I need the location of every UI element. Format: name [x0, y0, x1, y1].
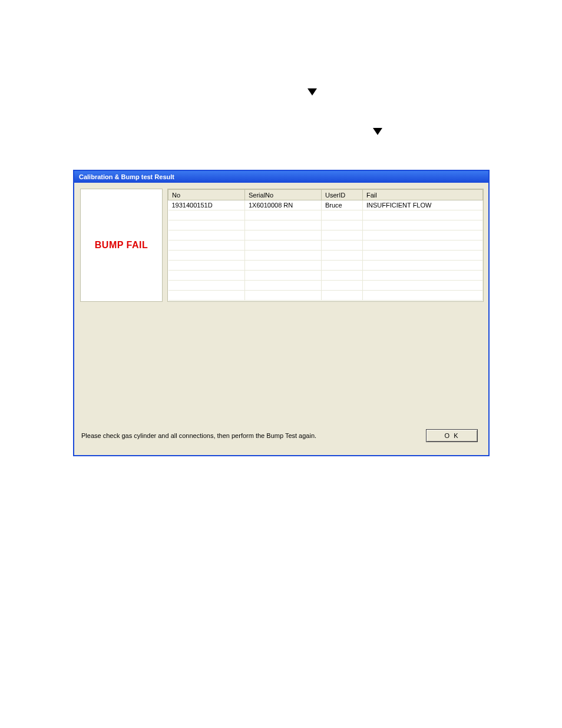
cell-fail	[363, 230, 483, 241]
dialog-titlebar: Calibration & Bump test Result	[74, 171, 488, 183]
cell-no	[168, 210, 245, 220]
cell-serial	[245, 271, 322, 281]
cell-serial	[245, 241, 322, 251]
bottom-row: Please check gas cylinder and all connec…	[80, 426, 484, 449]
status-text: BUMP FAIL	[95, 240, 148, 251]
cell-user	[322, 281, 363, 291]
col-header-user[interactable]: UserID	[322, 190, 363, 200]
cell-fail	[363, 271, 483, 281]
table-row[interactable]	[168, 220, 483, 230]
col-header-fail[interactable]: Fail	[363, 190, 483, 200]
cell-serial	[245, 291, 322, 301]
cell-serial	[245, 261, 322, 271]
cell-user	[322, 220, 363, 230]
cell-fail	[363, 251, 483, 261]
cell-no	[168, 291, 245, 301]
cell-user	[322, 210, 363, 220]
table-row[interactable]	[168, 261, 483, 271]
cell-fail	[363, 210, 483, 220]
cell-no	[168, 241, 245, 251]
cell-user	[322, 241, 363, 251]
table-row[interactable]	[168, 210, 483, 220]
cell-no	[168, 220, 245, 230]
cell-serial	[245, 210, 322, 220]
cell-user: Bruce	[322, 200, 363, 210]
table-row[interactable]: 1931400151D 1X6010008 RN Bruce INSUFFICI…	[168, 200, 483, 210]
results-table: No SerialNo UserID Fail 1931400151D 1X60…	[168, 189, 483, 301]
dialog-content: BUMP FAIL No SerialNo UserID Fail 1	[74, 183, 488, 455]
cell-user	[322, 291, 363, 301]
results-table-wrap: No SerialNo UserID Fail 1931400151D 1X60…	[167, 189, 484, 302]
table-row[interactable]	[168, 281, 483, 291]
table-header-row: No SerialNo UserID Fail	[168, 190, 483, 200]
cell-fail	[363, 261, 483, 271]
status-box: BUMP FAIL	[80, 189, 163, 302]
table-row[interactable]	[168, 271, 483, 281]
col-header-no[interactable]: No	[168, 190, 245, 200]
table-row[interactable]	[168, 251, 483, 261]
table-row[interactable]	[168, 230, 483, 241]
cell-user	[322, 251, 363, 261]
cell-user	[322, 271, 363, 281]
cell-fail	[363, 241, 483, 251]
result-dialog: Calibration & Bump test Result BUMP FAIL…	[73, 170, 490, 456]
cell-serial	[245, 220, 322, 230]
cell-serial	[245, 281, 322, 291]
triangle-down-icon	[373, 128, 382, 135]
ok-button[interactable]: O K	[426, 429, 478, 442]
instruction-message: Please check gas cylinder and all connec…	[81, 432, 316, 439]
table-row[interactable]	[168, 241, 483, 251]
cell-user	[322, 230, 363, 241]
dialog-title: Calibration & Bump test Result	[79, 173, 174, 180]
cell-user	[322, 261, 363, 271]
cell-fail: INSUFFICIENT FLOW	[363, 200, 483, 210]
cell-fail	[363, 281, 483, 291]
cell-no	[168, 281, 245, 291]
cell-serial: 1X6010008 RN	[245, 200, 322, 210]
cell-fail	[363, 291, 483, 301]
table-body: 1931400151D 1X6010008 RN Bruce INSUFFICI…	[168, 200, 483, 301]
top-row: BUMP FAIL No SerialNo UserID Fail 1	[80, 189, 484, 302]
cell-no	[168, 230, 245, 241]
cell-no	[168, 251, 245, 261]
spacer	[80, 302, 484, 426]
triangle-down-icon	[308, 88, 317, 95]
cell-serial	[245, 230, 322, 241]
cell-fail	[363, 220, 483, 230]
cell-no	[168, 261, 245, 271]
table-row[interactable]	[168, 291, 483, 301]
cell-no	[168, 271, 245, 281]
col-header-serial[interactable]: SerialNo	[245, 190, 322, 200]
cell-no: 1931400151D	[168, 200, 245, 210]
cell-serial	[245, 251, 322, 261]
